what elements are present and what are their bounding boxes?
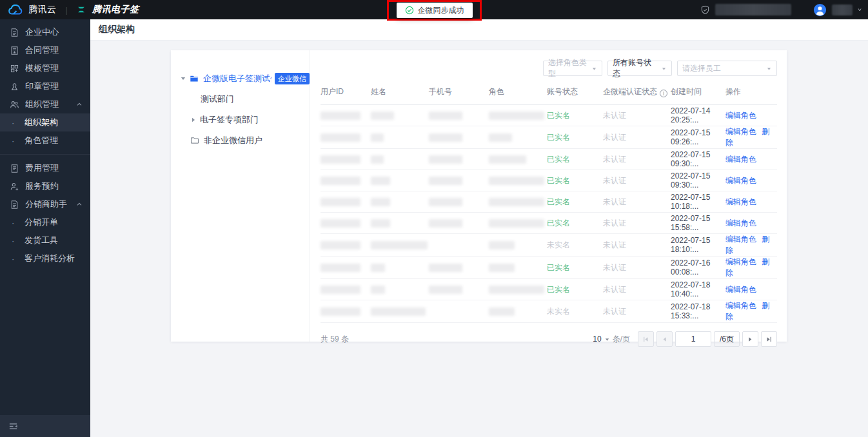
prev-page-button[interactable] — [656, 331, 673, 347]
service-icon — [10, 182, 19, 191]
sidebar-item-label: 组织架构 — [25, 117, 90, 128]
tree-node[interactable]: 测试部门 — [171, 89, 310, 110]
sidebar-item-label: 模板管理 — [25, 63, 90, 74]
chevron-up-icon — [76, 101, 83, 108]
wecom-auth-status: 未认证 — [603, 285, 626, 294]
sidebar-item[interactable]: ·分销开单 — [0, 213, 90, 231]
edit-role-link[interactable]: 编辑角色 — [725, 111, 756, 120]
edit-role-link[interactable]: 编辑角色 — [725, 155, 756, 164]
account-status: 已实名 — [547, 133, 570, 142]
sidebar-item[interactable]: 组织管理 — [0, 95, 90, 113]
last-page-button[interactable] — [761, 331, 777, 347]
account-status: 未实名 — [547, 307, 570, 316]
table-row: 已实名未认证2022-07-14 20:25:...编辑角色 — [321, 105, 777, 126]
redacted-value — [489, 155, 526, 164]
sidebar-item[interactable]: ·组织架构 — [0, 113, 90, 131]
wecom-auth-status: 未认证 — [603, 218, 626, 228]
wecom-auth-status: 未认证 — [603, 176, 626, 185]
wecom-auth-status: 未认证 — [603, 197, 626, 206]
first-page-button[interactable] — [638, 331, 654, 347]
created-time: 2022-07-15 09:26:... — [671, 128, 710, 146]
page-title: 组织架构 — [99, 24, 135, 35]
edit-role-link[interactable]: 编辑角色 — [725, 127, 756, 136]
sidebar-item[interactable]: ·角色管理 — [0, 131, 90, 150]
per-page-label: 条/页 — [613, 334, 630, 345]
bullet-icon: · — [10, 254, 25, 264]
seal-icon — [10, 82, 19, 92]
collapse-sidebar-icon[interactable] — [8, 422, 18, 431]
wecom-auth-status: 未认证 — [603, 307, 626, 316]
sidebar-item[interactable]: 分销商助手 — [0, 195, 90, 213]
edit-role-link[interactable]: 编辑角色 — [725, 176, 756, 185]
table-row: 已实名未认证2022-07-15 10:18:...编辑角色 — [321, 191, 777, 213]
sidebar-menu: 企业中心合同管理模板管理印章管理组织管理·组织架构·角色管理费用管理服务预约分销… — [0, 19, 90, 267]
page-number-input[interactable] — [675, 331, 711, 347]
account-status: 已实名 — [547, 155, 570, 164]
page-size-value: 10 — [593, 335, 601, 344]
redacted-value — [489, 264, 515, 272]
folder-icon — [190, 136, 200, 145]
edit-role-link[interactable]: 编辑角色 — [725, 285, 756, 294]
tree-node-label: 测试部门 — [201, 93, 234, 105]
sidebar-item-label: 发货工具 — [25, 235, 90, 246]
redacted-value — [371, 307, 426, 316]
sidebar-item[interactable]: ·发货工具 — [0, 231, 90, 249]
doc-icon — [10, 28, 19, 37]
sidebar-item-label: 企业中心 — [25, 26, 90, 38]
sidebar-item[interactable]: 合同管理 — [0, 41, 90, 59]
redacted-value — [489, 307, 515, 316]
redacted-value — [489, 241, 515, 249]
info-icon[interactable]: i — [660, 90, 667, 97]
created-time: 2022-07-15 15:58:... — [671, 214, 710, 232]
brand-name[interactable]: 腾讯云 — [28, 4, 57, 15]
avatar[interactable] — [813, 3, 827, 17]
bullet-icon: · — [10, 118, 25, 128]
redacted-value — [429, 112, 462, 120]
account-status-select[interactable]: 所有账号状态 — [607, 61, 672, 76]
redacted-value — [371, 133, 384, 142]
user-name-redacted — [832, 5, 853, 15]
edit-role-link[interactable]: 编辑角色 — [725, 218, 756, 228]
edit-role-link[interactable]: 编辑角色 — [725, 257, 756, 266]
sidebar-item[interactable]: 服务预约 — [0, 177, 90, 195]
tree-node[interactable]: 企微版电子签测试体验专用...企业微信 — [171, 68, 310, 89]
caret-down-icon[interactable] — [180, 75, 186, 82]
topbar: 腾讯云 | 腾讯电子签 ˅ — [0, 0, 868, 19]
caret-down-icon — [766, 66, 772, 72]
table-row: 已实名未认证2022-07-18 10:40:...编辑角色 — [321, 279, 777, 300]
employee-select[interactable]: 请选择员工 — [677, 61, 777, 76]
tencent-cloud-logo-icon[interactable] — [8, 5, 23, 15]
table-row: 已实名未认证2022-07-15 09:30:...编辑角色 — [321, 170, 777, 191]
next-page-button[interactable] — [742, 331, 758, 347]
redacted-value — [371, 198, 390, 206]
edit-role-link[interactable]: 编辑角色 — [725, 235, 756, 244]
page-size-select[interactable]: 10 条/页 — [593, 334, 630, 345]
sidebar-item[interactable]: ·客户消耗分析 — [0, 249, 90, 267]
fee-icon — [10, 164, 19, 173]
redacted-value — [321, 241, 360, 249]
tree-node[interactable]: 非企业微信用户 — [171, 130, 310, 151]
org-icon — [10, 100, 19, 110]
bullet-icon: · — [10, 236, 25, 246]
role-type-select[interactable]: 选择角色类型 — [543, 61, 602, 76]
contract-icon — [10, 46, 19, 55]
redacted-value — [371, 177, 390, 185]
sidebar-item-label: 服务预约 — [25, 180, 90, 192]
sidebar-item[interactable]: 费用管理 — [0, 159, 90, 177]
edit-role-link[interactable]: 编辑角色 — [725, 301, 756, 310]
folder-icon — [190, 74, 199, 83]
total-pages-label: /6页 — [714, 331, 740, 347]
chevron-down-icon[interactable]: ˅ — [858, 7, 862, 13]
caret-right-icon[interactable] — [190, 117, 197, 123]
wecom-badge: 企业微信 — [275, 73, 310, 84]
sidebar-item[interactable]: 模板管理 — [0, 59, 90, 77]
filters-bar: 选择角色类型 所有账号状态 请选择员工 — [321, 61, 777, 76]
tree-node[interactable]: 电子签专项部门 — [171, 110, 310, 130]
edit-role-link[interactable]: 编辑角色 — [725, 197, 756, 206]
created-time: 2022-07-18 10:40:... — [671, 280, 710, 298]
created-time: 2022-07-15 18:10:... — [671, 236, 710, 254]
sidebar-item[interactable]: 企业中心 — [0, 23, 90, 41]
sidebar-item-label: 分销开单 — [25, 217, 90, 228]
sidebar-item[interactable]: 印章管理 — [0, 77, 90, 95]
sidebar-item-label: 角色管理 — [25, 135, 90, 146]
